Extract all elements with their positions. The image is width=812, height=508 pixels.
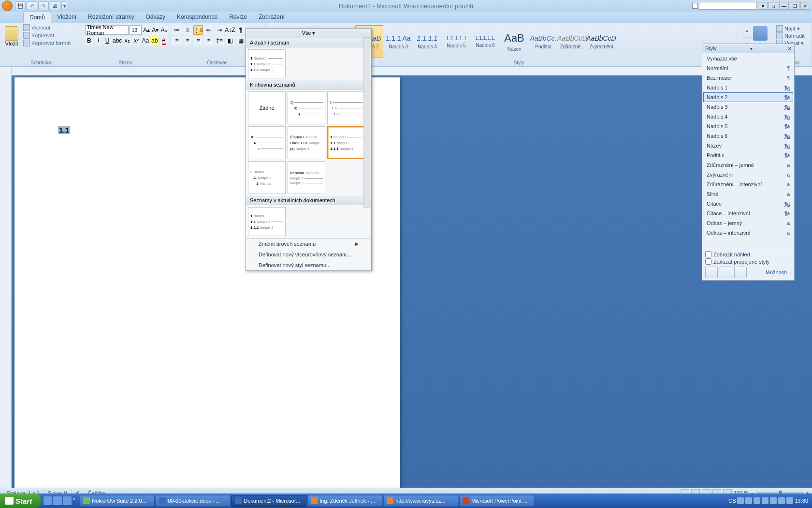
style-inspector-button[interactable] <box>720 267 732 278</box>
style-row[interactable]: Nadpis 6¶a <box>703 131 793 141</box>
multilevel-button[interactable]: ⋮≡ <box>193 25 203 35</box>
ml-scrollbar[interactable] <box>363 37 370 208</box>
manage-styles-button[interactable] <box>734 267 747 278</box>
style-row[interactable]: Podtitul¶a <box>703 150 793 160</box>
task-button[interactable]: 00-00-policie.docx - ... <box>156 495 231 507</box>
format-painter-button[interactable]: Kopírovat formát <box>23 40 71 46</box>
help-icon[interactable] <box>692 3 698 9</box>
new-style-button[interactable] <box>705 267 718 278</box>
find-button[interactable]: Najít ▾ <box>776 25 808 32</box>
paste-button[interactable]: Vložit <box>2 24 21 65</box>
dedent-button[interactable]: ⇤ <box>204 25 214 35</box>
tray-icon[interactable] <box>762 497 768 504</box>
ql-icon[interactable] <box>44 496 52 505</box>
style-item[interactable]: AaBbCcDZdůrazně... <box>558 25 586 58</box>
replace-button[interactable]: Nahradit <box>776 32 808 39</box>
checkbox[interactable] <box>705 258 711 265</box>
underline-button[interactable]: U <box>103 36 112 45</box>
ql-icon[interactable] <box>53 496 62 505</box>
restore-icon[interactable]: ▾ <box>758 2 768 10</box>
shrink-font-button[interactable]: A▾ <box>151 25 159 35</box>
task-button[interactable]: Microsoft PowerPoint ... <box>459 495 534 507</box>
tab-mailings[interactable]: Korespondence <box>171 12 223 23</box>
bold-button[interactable]: B <box>85 36 93 45</box>
checkbox[interactable] <box>705 251 711 257</box>
style-row[interactable]: Citace¶a <box>703 199 793 209</box>
qat-save[interactable]: 💾 <box>15 1 26 10</box>
ql-more[interactable]: » <box>72 496 75 505</box>
style-row[interactable]: Zdůraznění – jemnéa <box>703 160 793 170</box>
ml-tile[interactable]: 1 Nadpis 1 1.1 Nadpis 2 1.1.1 Nadpis 3 <box>248 207 286 236</box>
tray-icon[interactable] <box>778 497 785 504</box>
line-spacing-button[interactable]: ‡≡ <box>215 36 224 45</box>
ml-tile[interactable]: 1 Nadpis 1 1.1 Nadpis 2 1.1.1 Nadpis 3 <box>248 49 286 78</box>
font-color-button[interactable]: A <box>160 36 168 45</box>
bullets-button[interactable]: ≔ <box>172 25 182 35</box>
justify-button[interactable]: ≡ <box>204 36 214 45</box>
style-row[interactable]: Nadpis 5¶a <box>703 121 793 131</box>
align-center-button[interactable]: ≡ <box>183 36 192 45</box>
ml-tile-selected[interactable]: 1 Nadpis 1 1.1 Nadpis 2 1.1.1 Nadpis 3 <box>327 126 365 159</box>
clock[interactable]: 13:30 <box>795 498 808 504</box>
minimize-button[interactable]: — <box>779 2 789 10</box>
style-row[interactable]: Zvýrazněnía <box>703 170 793 179</box>
ml-change-level[interactable]: Změnit úroveň seznamu▶ <box>246 239 371 249</box>
style-row[interactable]: Normální¶ <box>703 63 793 73</box>
tab-view[interactable]: Zobrazení <box>253 12 290 23</box>
ml-tile-none[interactable]: Žádné <box>248 91 286 124</box>
task-button[interactable]: Nokia Ovi Suite 2.2.0... <box>80 495 155 507</box>
qat-undo[interactable]: ↶ <box>27 1 37 10</box>
italic-button[interactable]: I <box>94 36 102 45</box>
restore-button[interactable]: ❐ <box>790 2 799 10</box>
linked-checkbox[interactable]: Zakázat propojené styly <box>705 258 791 265</box>
task-button[interactable]: http://www.ravys.cz... <box>383 495 458 507</box>
vertical-ruler[interactable] <box>0 67 12 495</box>
qat-print[interactable]: 🖶 <box>50 1 60 10</box>
search-input[interactable] <box>699 2 757 10</box>
ml-tile[interactable]: Článek I. Nadpis Oddíl 1.01 Nadpis (a) N… <box>288 126 325 159</box>
grow-font-button[interactable]: A▴ <box>143 25 150 35</box>
style-row[interactable]: Zdůraznění – intenzivnía <box>703 179 793 189</box>
ml-tile[interactable]: I. Nadpis 1 A. Nadpis 2 1. Nadpis <box>248 161 286 194</box>
style-row[interactable]: Odkaz – jemnýa <box>703 218 793 228</box>
tray-icon[interactable] <box>737 497 744 504</box>
style-row[interactable]: Silnéa <box>703 189 793 199</box>
style-row[interactable]: Nadpis 1¶a <box>703 83 793 92</box>
close-icon[interactable]: ✕ <box>787 46 791 51</box>
style-clear[interactable]: Vymazat vše <box>703 54 793 63</box>
task-button-active[interactable]: Dokument2 - Microsof... <box>232 495 306 507</box>
style-row[interactable]: Nadpis 4¶a <box>703 112 793 121</box>
style-item[interactable]: 1.1.1.1.1.Nadpis 6 <box>471 25 499 58</box>
marks-button[interactable]: ¶ <box>236 25 246 35</box>
tray-icon[interactable] <box>745 497 752 504</box>
style-item[interactable]: AaBbCc.Podtitul <box>529 25 557 58</box>
style-item[interactable]: 1.1.1.1Nadpis 4 <box>413 25 441 58</box>
preview-checkbox[interactable]: Zobrazit náhled <box>705 251 791 257</box>
style-item[interactable]: AaBbCcDZvýraznění <box>587 25 615 58</box>
tray-icon[interactable] <box>770 497 777 504</box>
style-item[interactable]: 1.1.1.1.1Nadpis 5 <box>442 25 470 58</box>
indent-button[interactable]: ⇥ <box>215 25 224 35</box>
ml-tile[interactable]: Kapitola 1 Nadpis Nadpis 2 Nadpis 3 <box>288 161 325 194</box>
styles-list[interactable]: Vymazat vše Normální¶ Bez mezer¶ Nadpis … <box>702 53 794 248</box>
pane-menu-icon[interactable]: ▾ <box>750 46 753 51</box>
align-right-button[interactable]: ≡ <box>193 36 203 45</box>
change-case-button[interactable]: Aa <box>141 36 149 45</box>
style-row[interactable]: Nadpis 3¶a <box>703 102 793 112</box>
font-size-combo[interactable]: 13 <box>130 25 142 35</box>
start-button[interactable]: Start <box>0 493 41 508</box>
task-button[interactable]: Ing. Zdeněk Jelínek - ... <box>307 495 382 507</box>
clear-format-button[interactable]: Aₓ <box>160 25 168 35</box>
sort-button[interactable]: A↓Z <box>225 25 235 35</box>
align-left-button[interactable]: ≡ <box>172 36 182 45</box>
style-row[interactable]: Bez mezer¶ <box>703 73 793 83</box>
subscript-button[interactable]: x₂ <box>123 36 131 45</box>
style-item[interactable]: 1.1.1 AaNadpis 3 <box>384 25 412 58</box>
ml-tile[interactable]: 1) a) i) <box>288 91 325 124</box>
close-button[interactable]: ✕ <box>800 2 810 10</box>
options-link[interactable]: Možnosti... <box>766 269 791 275</box>
ml-tile[interactable]: 1 1.1. 1.1.1. <box>327 91 365 124</box>
qat-more[interactable]: ▾ <box>61 1 67 10</box>
style-row[interactable]: Odkaz – intenzivnía <box>703 228 793 238</box>
shading-button[interactable]: ◧ <box>225 36 235 45</box>
